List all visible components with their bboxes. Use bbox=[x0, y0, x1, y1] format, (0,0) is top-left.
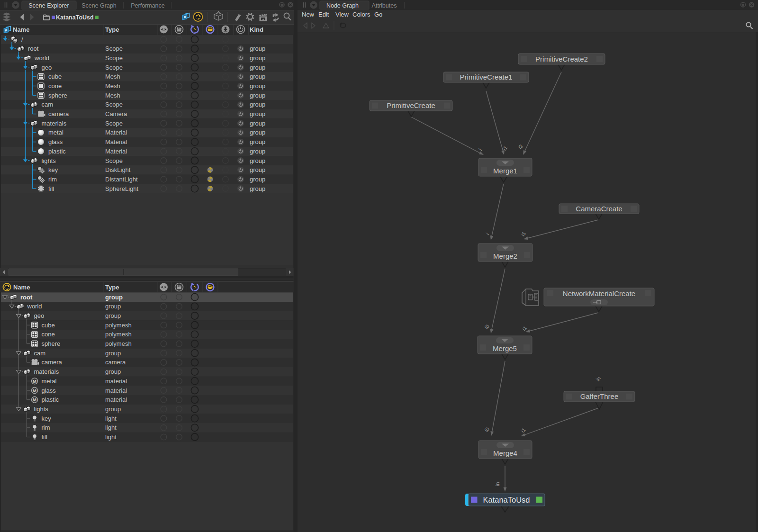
svg-text:Scope: Scope bbox=[105, 120, 123, 127]
svg-text:sphere: sphere bbox=[48, 92, 67, 99]
svg-text:NetworkMaterialCreate: NetworkMaterialCreate bbox=[563, 289, 635, 298]
svg-text:Scope: Scope bbox=[105, 54, 123, 62]
svg-text:Material: Material bbox=[105, 148, 127, 155]
svg-text:glass: glass bbox=[48, 138, 63, 145]
svg-text:cube: cube bbox=[42, 322, 55, 329]
svg-text:world: world bbox=[27, 303, 42, 310]
svg-text:Type: Type bbox=[105, 284, 119, 291]
svg-text:GafferThree: GafferThree bbox=[580, 392, 619, 400]
svg-text:cam: cam bbox=[42, 101, 54, 108]
svg-text:PrimitiveCreate2: PrimitiveCreate2 bbox=[535, 55, 588, 63]
svg-text:group: group bbox=[105, 294, 123, 301]
svg-text:group: group bbox=[250, 166, 265, 173]
svg-text:/: / bbox=[21, 36, 23, 43]
svg-text:light: light bbox=[105, 433, 117, 441]
svg-text:KatanaToUsd: KatanaToUsd bbox=[56, 14, 94, 21]
svg-text:materials: materials bbox=[34, 368, 59, 375]
svg-text:glass: glass bbox=[42, 387, 56, 394]
svg-text:Mesh: Mesh bbox=[105, 82, 120, 90]
svg-text:Colors: Colors bbox=[352, 11, 370, 18]
svg-text:metal: metal bbox=[48, 129, 63, 136]
svg-text:sphere: sphere bbox=[42, 340, 61, 347]
svg-text:Scope: Scope bbox=[105, 45, 123, 52]
svg-text:PrimitiveCreate1: PrimitiveCreate1 bbox=[460, 73, 513, 81]
svg-text:cone: cone bbox=[42, 331, 55, 338]
svg-text:group: group bbox=[250, 138, 265, 145]
svg-text:Merge5: Merge5 bbox=[493, 344, 517, 352]
svg-text:Mesh: Mesh bbox=[105, 92, 120, 99]
svg-text:cone: cone bbox=[48, 82, 62, 90]
svg-text:polymesh: polymesh bbox=[105, 322, 132, 329]
svg-text:camera: camera bbox=[105, 359, 126, 366]
svg-text:group: group bbox=[250, 101, 265, 108]
svg-text:Type: Type bbox=[105, 26, 119, 33]
svg-text:geo: geo bbox=[42, 64, 52, 71]
svg-text:world: world bbox=[34, 54, 49, 62]
svg-text:M: M bbox=[33, 379, 36, 384]
svg-text:polymesh: polymesh bbox=[105, 331, 132, 338]
svg-text:fill: fill bbox=[42, 433, 47, 441]
svg-text:group: group bbox=[250, 82, 265, 90]
svg-text:Camera: Camera bbox=[105, 110, 127, 117]
svg-text:rim: rim bbox=[42, 424, 50, 431]
svg-text:M: M bbox=[33, 388, 36, 393]
svg-text:group: group bbox=[250, 92, 265, 99]
svg-text:material: material bbox=[105, 378, 127, 385]
svg-text:Attributes: Attributes bbox=[372, 2, 397, 9]
svg-text:group: group bbox=[250, 45, 265, 52]
svg-text:group: group bbox=[250, 120, 265, 127]
svg-text:rim: rim bbox=[48, 176, 57, 183]
svg-text:fill: fill bbox=[48, 185, 54, 192]
svg-text:plastic: plastic bbox=[48, 148, 66, 155]
svg-text:New: New bbox=[302, 11, 315, 18]
svg-text:group: group bbox=[105, 406, 121, 413]
svg-text:group: group bbox=[105, 303, 121, 310]
svg-text:camera: camera bbox=[42, 359, 63, 366]
svg-text:group: group bbox=[105, 368, 121, 375]
svg-text:Name: Name bbox=[13, 284, 30, 291]
svg-text:Mesh: Mesh bbox=[105, 73, 120, 80]
svg-text:Merge1: Merge1 bbox=[493, 167, 517, 175]
svg-text:group: group bbox=[250, 110, 265, 117]
svg-text:Name: Name bbox=[13, 26, 29, 33]
svg-text:light: light bbox=[105, 424, 117, 431]
svg-text:group: group bbox=[105, 312, 121, 319]
svg-text:Scope: Scope bbox=[105, 64, 123, 71]
svg-text:Performance: Performance bbox=[131, 2, 165, 9]
svg-text:polymesh: polymesh bbox=[105, 340, 132, 347]
svg-text:metal: metal bbox=[42, 378, 57, 385]
svg-text:group: group bbox=[105, 350, 121, 357]
svg-text:group: group bbox=[250, 64, 265, 71]
svg-text:cam: cam bbox=[34, 350, 46, 357]
svg-text:group: group bbox=[250, 185, 265, 192]
svg-text:View: View bbox=[335, 11, 349, 18]
svg-text:Material: Material bbox=[105, 138, 127, 145]
svg-text:Scope: Scope bbox=[105, 101, 123, 108]
svg-text:Scene Graph: Scene Graph bbox=[81, 2, 117, 9]
svg-text:plastic: plastic bbox=[42, 396, 59, 403]
svg-text:group: group bbox=[250, 129, 265, 136]
svg-text:DistantLight: DistantLight bbox=[105, 176, 138, 183]
svg-text:Node Graph: Node Graph bbox=[326, 2, 359, 9]
svg-text:lights: lights bbox=[34, 406, 49, 413]
svg-text:DiskLight: DiskLight bbox=[105, 166, 131, 173]
svg-text:Merge4: Merge4 bbox=[493, 449, 517, 457]
svg-text:lights: lights bbox=[42, 157, 56, 164]
svg-text:Scope: Scope bbox=[105, 157, 123, 164]
svg-text:Go: Go bbox=[374, 11, 382, 18]
svg-text:CameraCreate: CameraCreate bbox=[576, 205, 622, 213]
svg-text:group: group bbox=[250, 54, 265, 62]
svg-text:key: key bbox=[42, 415, 52, 422]
svg-text:Edit: Edit bbox=[318, 11, 329, 18]
svg-text:group: group bbox=[250, 73, 265, 80]
svg-text:cube: cube bbox=[48, 73, 62, 80]
svg-text:SphereLight: SphereLight bbox=[105, 185, 138, 192]
svg-text:camera: camera bbox=[48, 110, 69, 117]
svg-text:material: material bbox=[105, 396, 127, 403]
svg-text:geo: geo bbox=[34, 312, 45, 319]
svg-text:Scene Explorer: Scene Explorer bbox=[28, 2, 69, 9]
svg-text:group: group bbox=[250, 176, 265, 183]
svg-text:key: key bbox=[48, 166, 58, 173]
svg-text:material: material bbox=[105, 387, 127, 394]
svg-text:root: root bbox=[28, 45, 39, 52]
